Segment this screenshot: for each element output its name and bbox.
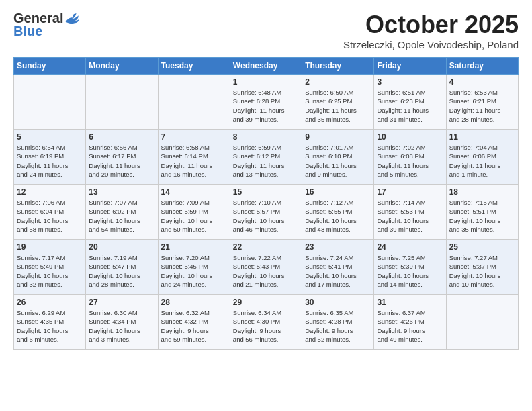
day-info: Sunrise: 7:07 AM Sunset: 6:02 PM Dayligh… [89, 198, 154, 234]
day-cell: 20Sunrise: 7:19 AM Sunset: 5:47 PM Dayli… [86, 240, 158, 295]
day-info: Sunrise: 7:10 AM Sunset: 5:57 PM Dayligh… [233, 198, 299, 234]
day-number: 6 [89, 132, 154, 142]
title-block: October 2025 Strzeleczki, Opole Voivodes… [343, 11, 519, 50]
day-cell: 19Sunrise: 7:17 AM Sunset: 5:49 PM Dayli… [14, 240, 86, 295]
day-cell: 17Sunrise: 7:14 AM Sunset: 5:53 PM Dayli… [374, 185, 446, 240]
day-cell: 11Sunrise: 7:04 AM Sunset: 6:06 PM Dayli… [446, 130, 518, 185]
day-info: Sunrise: 7:17 AM Sunset: 5:49 PM Dayligh… [17, 253, 83, 289]
day-info: Sunrise: 6:53 AM Sunset: 6:21 PM Dayligh… [449, 88, 515, 124]
day-cell: 10Sunrise: 7:02 AM Sunset: 6:08 PM Dayli… [374, 130, 446, 185]
day-info: Sunrise: 7:02 AM Sunset: 6:08 PM Dayligh… [377, 143, 443, 179]
logo-blue: Blue [13, 24, 42, 39]
day-info: Sunrise: 7:25 AM Sunset: 5:39 PM Dayligh… [377, 253, 443, 289]
day-number: 7 [161, 132, 227, 142]
day-cell: 28Sunrise: 6:32 AM Sunset: 4:32 PM Dayli… [158, 295, 230, 350]
month-title: October 2025 [343, 11, 519, 39]
day-number: 5 [17, 132, 83, 142]
day-number: 4 [449, 77, 515, 87]
day-number: 14 [161, 187, 227, 197]
day-number: 11 [449, 132, 515, 142]
day-number: 8 [233, 132, 299, 142]
day-number: 19 [17, 242, 83, 252]
day-cell: 30Sunrise: 6:35 AM Sunset: 4:28 PM Dayli… [302, 295, 374, 350]
day-number: 23 [305, 242, 371, 252]
day-number: 10 [377, 132, 443, 142]
day-cell: 14Sunrise: 7:09 AM Sunset: 5:59 PM Dayli… [158, 185, 230, 240]
day-cell: 25Sunrise: 7:27 AM Sunset: 5:37 PM Dayli… [446, 240, 518, 295]
day-info: Sunrise: 6:51 AM Sunset: 6:23 PM Dayligh… [377, 88, 443, 124]
day-number: 2 [305, 77, 371, 87]
day-info: Sunrise: 6:50 AM Sunset: 6:25 PM Dayligh… [305, 88, 371, 124]
day-info: Sunrise: 7:20 AM Sunset: 5:45 PM Dayligh… [161, 253, 227, 289]
day-cell: 6Sunrise: 6:56 AM Sunset: 6:17 PM Daylig… [86, 130, 158, 185]
day-cell: 7Sunrise: 6:58 AM Sunset: 6:14 PM Daylig… [158, 130, 230, 185]
day-cell: 26Sunrise: 6:29 AM Sunset: 4:35 PM Dayli… [14, 295, 86, 350]
day-cell: 5Sunrise: 6:54 AM Sunset: 6:19 PM Daylig… [14, 130, 86, 185]
day-number: 28 [161, 298, 227, 307]
week-row-5: 26Sunrise: 6:29 AM Sunset: 4:35 PM Dayli… [14, 295, 519, 350]
day-cell: 23Sunrise: 7:24 AM Sunset: 5:41 PM Dayli… [302, 240, 374, 295]
day-cell: 29Sunrise: 6:34 AM Sunset: 4:30 PM Dayli… [230, 295, 302, 350]
col-wednesday: Wednesday [230, 58, 302, 75]
day-info: Sunrise: 6:58 AM Sunset: 6:14 PM Dayligh… [161, 143, 227, 179]
week-row-4: 19Sunrise: 7:17 AM Sunset: 5:49 PM Dayli… [14, 240, 519, 295]
day-cell: 8Sunrise: 6:59 AM Sunset: 6:12 PM Daylig… [230, 130, 302, 185]
day-number: 21 [161, 242, 227, 252]
day-cell: 21Sunrise: 7:20 AM Sunset: 5:45 PM Dayli… [158, 240, 230, 295]
day-number: 31 [377, 298, 443, 307]
day-number: 20 [89, 242, 154, 252]
day-info: Sunrise: 6:59 AM Sunset: 6:12 PM Dayligh… [233, 143, 299, 179]
logo-bird-icon [64, 12, 81, 26]
calendar-table: Sunday Monday Tuesday Wednesday Thursday… [13, 57, 519, 350]
day-info: Sunrise: 6:32 AM Sunset: 4:32 PM Dayligh… [161, 308, 227, 344]
day-cell: 13Sunrise: 7:07 AM Sunset: 6:02 PM Dayli… [86, 185, 158, 240]
day-info: Sunrise: 7:06 AM Sunset: 6:04 PM Dayligh… [17, 198, 83, 234]
day-cell: 12Sunrise: 7:06 AM Sunset: 6:04 PM Dayli… [14, 185, 86, 240]
day-number: 22 [233, 242, 299, 252]
col-thursday: Thursday [302, 58, 374, 75]
day-cell [86, 75, 158, 130]
col-saturday: Saturday [446, 58, 518, 75]
day-info: Sunrise: 7:01 AM Sunset: 6:10 PM Dayligh… [305, 143, 371, 179]
day-info: Sunrise: 7:24 AM Sunset: 5:41 PM Dayligh… [305, 253, 371, 289]
day-number: 1 [233, 77, 299, 87]
col-sunday: Sunday [14, 58, 86, 75]
day-number: 16 [305, 187, 371, 197]
day-info: Sunrise: 7:22 AM Sunset: 5:43 PM Dayligh… [233, 253, 299, 289]
day-number: 24 [377, 242, 443, 252]
day-number: 29 [233, 298, 299, 307]
day-info: Sunrise: 7:27 AM Sunset: 5:37 PM Dayligh… [449, 253, 515, 289]
day-cell: 9Sunrise: 7:01 AM Sunset: 6:10 PM Daylig… [302, 130, 374, 185]
day-info: Sunrise: 7:09 AM Sunset: 5:59 PM Dayligh… [161, 198, 227, 234]
day-cell: 3Sunrise: 6:51 AM Sunset: 6:23 PM Daylig… [374, 75, 446, 130]
day-number: 26 [17, 298, 83, 307]
day-cell: 18Sunrise: 7:15 AM Sunset: 5:51 PM Dayli… [446, 185, 518, 240]
week-row-2: 5Sunrise: 6:54 AM Sunset: 6:19 PM Daylig… [14, 130, 519, 185]
col-friday: Friday [374, 58, 446, 75]
day-info: Sunrise: 7:14 AM Sunset: 5:53 PM Dayligh… [377, 198, 443, 234]
week-row-3: 12Sunrise: 7:06 AM Sunset: 6:04 PM Dayli… [14, 185, 519, 240]
day-cell: 31Sunrise: 6:37 AM Sunset: 4:26 PM Dayli… [374, 295, 446, 350]
day-info: Sunrise: 7:12 AM Sunset: 5:55 PM Dayligh… [305, 198, 371, 234]
day-cell: 1Sunrise: 6:48 AM Sunset: 6:28 PM Daylig… [230, 75, 302, 130]
week-row-1: 1Sunrise: 6:48 AM Sunset: 6:28 PM Daylig… [14, 75, 519, 130]
location-title: Strzeleczki, Opole Voivodeship, Poland [343, 39, 519, 50]
header-row: Sunday Monday Tuesday Wednesday Thursday… [14, 58, 519, 75]
day-number: 9 [305, 132, 371, 142]
page: General Blue October 2025 Strzeleczki, O… [0, 0, 532, 361]
day-info: Sunrise: 6:34 AM Sunset: 4:30 PM Dayligh… [233, 308, 299, 344]
day-info: Sunrise: 6:29 AM Sunset: 4:35 PM Dayligh… [17, 308, 83, 344]
logo: General Blue [13, 11, 81, 39]
day-cell: 2Sunrise: 6:50 AM Sunset: 6:25 PM Daylig… [302, 75, 374, 130]
day-cell [14, 75, 86, 130]
header: General Blue October 2025 Strzeleczki, O… [13, 11, 519, 50]
day-number: 27 [89, 298, 154, 307]
day-cell: 4Sunrise: 6:53 AM Sunset: 6:21 PM Daylig… [446, 75, 518, 130]
day-info: Sunrise: 6:37 AM Sunset: 4:26 PM Dayligh… [377, 308, 443, 344]
day-info: Sunrise: 6:30 AM Sunset: 4:34 PM Dayligh… [89, 308, 154, 344]
day-info: Sunrise: 7:19 AM Sunset: 5:47 PM Dayligh… [89, 253, 154, 289]
day-number: 12 [17, 187, 83, 197]
day-number: 13 [89, 187, 154, 197]
day-cell: 22Sunrise: 7:22 AM Sunset: 5:43 PM Dayli… [230, 240, 302, 295]
day-cell [158, 75, 230, 130]
